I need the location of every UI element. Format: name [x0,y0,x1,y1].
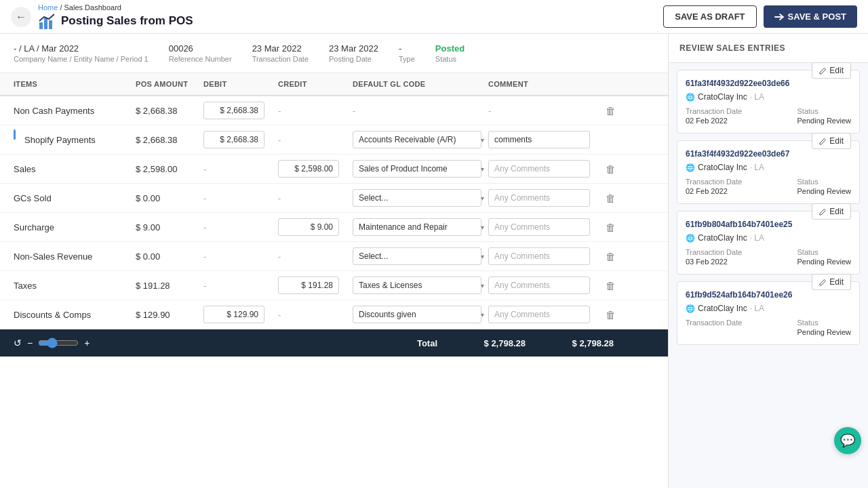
zoom-out-button[interactable]: − [27,338,33,348]
meta-bar: - / LA / Mar 2022 Company Name / Entity … [0,34,668,73]
globe-icon: 🌐 [686,234,695,243]
page-title: Posting Sales from POS [61,14,193,28]
table-row: Non-Sales Revenue $ 0.00 - - Select... 🗑 [0,242,668,271]
comment-input[interactable] [488,277,590,294]
meta-status: Posted Status [435,43,465,63]
globe-icon: 🌐 [686,93,695,102]
comment-input[interactable] [488,247,590,265]
chat-bubble[interactable]: 💬 [834,427,861,454]
debit-input[interactable] [203,102,264,119]
refresh-button[interactable]: ↺ [14,338,22,348]
gl-code-wrapper: Sales of Product Income [353,160,488,178]
gl-code-select[interactable]: Sales of Product Income [353,160,481,178]
review-panel-title: REVIEW SALES ENTRIES [669,34,868,63]
entry-status: Status Pending Review [797,107,852,125]
item-name: Sales [14,164,136,174]
pos-amount: $ 2,668.38 [136,135,203,145]
credit-input[interactable] [278,160,339,178]
entry-id: 61fb9d524afb164b7401ee26 [686,290,792,300]
save-and-post-button[interactable]: SAVE & POST [764,5,857,28]
delete-button[interactable]: 🗑 [597,249,624,264]
table-row: Surcharge $ 9.00 - Maintenance and Repai… [0,213,668,242]
entry-company: 🌐 CratoClay Inc · LA [686,233,851,243]
entry-transaction-date: Transaction Date 03 Feb 2022 [686,248,742,266]
debit-input[interactable] [203,306,264,323]
meta-posting-date: 23 Mar 2022 Posting Date [329,43,378,63]
pos-amount: $ 2,598.00 [136,164,203,174]
entry-status: Status Pending Review [797,178,852,195]
credit-input[interactable] [278,277,339,294]
table-container: ITEMS POS Amount DEBIT CREDIT DEFAULT GL… [0,73,668,329]
globe-icon: 🌐 [686,304,695,313]
gl-code-select[interactable]: Discounts given [353,306,481,323]
meta-reference: 00026 Reference Number [169,43,232,63]
delete-button[interactable]: 🗑 [597,220,624,235]
breadcrumb-home[interactable]: Home [38,3,58,12]
delete-button[interactable]: 🗑 [597,278,624,293]
col-items: ITEMS [14,80,136,88]
review-card: 61fb9d524afb164b7401ee26 Edit 🌐 CratoCla… [677,281,860,345]
meta-company: - / LA / Mar 2022 Company Name / Entity … [14,43,149,63]
app-header: ← Home / Sales Dashboard Posting Sales f… [0,0,868,34]
pos-amount: $ 0.00 [136,193,203,203]
page-title-row: Posting Sales from POS [38,12,193,30]
edit-icon [819,279,827,286]
breadcrumb-current: Sales Dashboard [64,3,121,12]
entry-company: 🌐 CratoClay Inc · LA [686,92,851,102]
col-comment: COMMENT [488,80,597,88]
edit-icon [819,138,827,145]
edit-button[interactable]: Edit [812,133,851,149]
review-card: 61fa3f4f4932d922ee03de67 Edit 🌐 CratoCla… [677,140,860,204]
gl-code-wrapper: Select... [353,247,488,265]
header-title-block: Home / Sales Dashboard Posting Sales fro… [38,3,193,30]
back-button[interactable]: ← [11,7,31,27]
delete-button[interactable]: 🗑 [597,307,624,323]
comment-input[interactable] [488,131,590,148]
pos-amount: $ 191.28 [136,281,203,291]
comment-input[interactable] [488,189,590,207]
credit-input[interactable] [278,218,339,236]
comment-input[interactable] [488,160,590,178]
item-name: Non-Sales Revenue [14,251,136,262]
gl-code-select[interactable]: Taxes & Licenses [353,277,481,294]
header-actions: SAVE AS DRAFT SAVE & POST [663,5,857,28]
table-row: Sales $ 2,598.00 - Sales of Product Inco… [0,155,668,184]
debit-input[interactable] [203,131,264,148]
col-pos-amount: POS Amount [136,80,203,88]
entry-meta: Transaction Date 02 Feb 2022 Status Pend… [686,107,851,125]
zoom-controls: ↺ − + [14,338,90,348]
entry-transaction-date: Transaction Date [686,319,742,336]
meta-transaction-date: 23 Mar 2022 Transaction Date [252,43,309,63]
delete-button[interactable]: 🗑 [597,103,624,119]
gl-code-wrapper: Maintenance and Repair [353,218,488,236]
edit-button[interactable]: Edit [812,203,851,220]
table-row: Discounts & Comps $ 129.90 - Discounts g… [0,300,668,329]
gl-code-select[interactable]: Select... [353,247,481,265]
comment-input[interactable] [488,306,590,323]
svg-rect-1 [44,18,47,29]
comment-input[interactable] [488,218,590,236]
zoom-in-button[interactable]: + [84,338,90,348]
gl-code-select[interactable]: Accounts Receivable (A/R) [353,131,481,148]
edit-button[interactable]: Edit [812,274,851,290]
delete-button[interactable]: 🗑 [597,190,624,206]
pos-amount: $ 2,668.38 [136,106,203,116]
entry-status: Status Pending Review [797,248,852,266]
chat-icon: 💬 [840,433,855,448]
post-icon [774,12,784,22]
gl-code-select[interactable]: Select... [353,189,481,207]
delete-button[interactable]: 🗑 [597,161,624,177]
edit-icon [819,208,827,216]
save-as-draft-button[interactable]: SAVE AS DRAFT [663,5,756,28]
total-debit: $ 2,798.28 [451,338,526,348]
zoom-slider[interactable] [38,338,79,348]
entry-meta: Transaction Date Status Pending Review [686,319,851,336]
entry-meta: Transaction Date 02 Feb 2022 Status Pend… [686,178,851,195]
item-name: Discounts & Comps [14,310,136,320]
gl-code-select[interactable]: Maintenance and Repair [353,218,481,236]
globe-icon: 🌐 [686,163,695,172]
breadcrumb: Home / Sales Dashboard [38,3,193,12]
edit-button[interactable]: Edit [812,62,851,79]
pos-amount: $ 0.00 [136,251,203,262]
col-credit: CREDIT [278,80,353,88]
